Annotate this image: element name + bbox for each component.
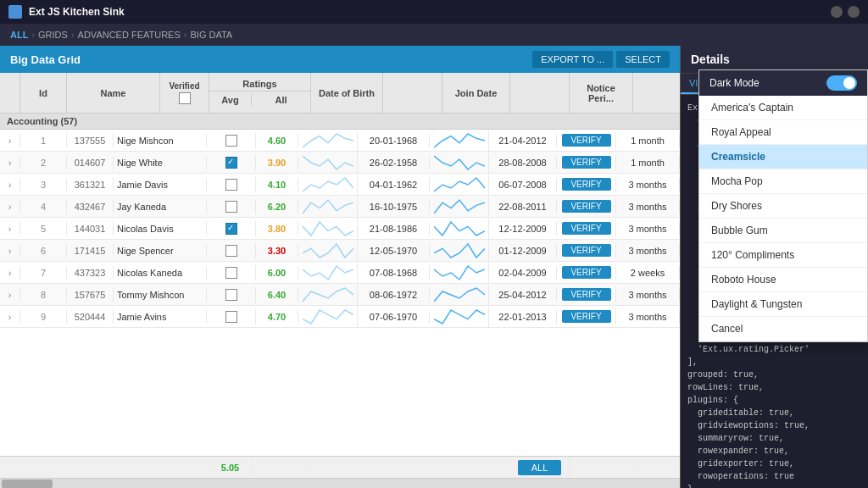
expand-icon[interactable]: ›: [0, 266, 20, 280]
verify-button[interactable]: VERIFY: [562, 244, 611, 257]
breadcrumb-grids[interactable]: GRIDS: [38, 30, 68, 40]
cell-verify-btn[interactable]: VERIFY: [557, 286, 616, 302]
all-button[interactable]: ALL: [518, 460, 562, 475]
cell-sparkline: [430, 285, 489, 305]
expand-icon[interactable]: ›: [0, 178, 20, 191]
col-notice-header[interactable]: Notice Peri...: [570, 73, 633, 113]
verify-button[interactable]: VERIFY: [562, 134, 611, 147]
verify-button[interactable]: VERIFY: [562, 156, 611, 169]
cell-verified[interactable]: [207, 155, 256, 170]
col-avg-header[interactable]: Avg: [209, 93, 252, 107]
cell-verified[interactable]: [207, 133, 256, 148]
col-all-header[interactable]: All: [252, 93, 311, 107]
cell-rating-stars: [298, 263, 358, 283]
expand-icon[interactable]: ›: [0, 310, 20, 324]
col-dob-header[interactable]: Date of Birth: [311, 73, 383, 113]
verified-checkbox[interactable]: [225, 311, 237, 323]
cell-verify-btn[interactable]: VERIFY: [557, 242, 616, 258]
expand-icon[interactable]: ›: [0, 244, 20, 258]
export-button[interactable]: EXPORT TO ...: [532, 51, 613, 68]
theme-menu-item[interactable]: Bubble Gum: [699, 219, 867, 243]
verified-checkbox[interactable]: [225, 267, 237, 279]
theme-menu-item[interactable]: Roboto House: [699, 268, 867, 292]
scroll-thumb[interactable]: [2, 480, 53, 488]
dark-mode-toggle[interactable]: [826, 75, 857, 91]
verify-button[interactable]: VERIFY: [562, 266, 611, 279]
verified-checkbox[interactable]: [225, 135, 237, 147]
theme-menu-item[interactable]: 120° Compliments: [699, 243, 867, 268]
cell-verified[interactable]: [207, 199, 256, 214]
col-verified-header[interactable]: Verified: [160, 73, 209, 113]
breadcrumb-advanced[interactable]: ADVANCED FEATURES: [78, 30, 181, 40]
theme-menu-item[interactable]: Creamsicle: [699, 145, 867, 169]
cell-verified[interactable]: [207, 177, 256, 192]
col-id-header[interactable]: Id: [20, 73, 67, 113]
top-icon-1[interactable]: [831, 6, 843, 18]
cell-avg: 6.20: [256, 200, 298, 214]
cell-verify-btn[interactable]: VERIFY: [557, 154, 616, 170]
cell-verified[interactable]: [207, 265, 256, 280]
cell-name: Nige Spencer: [114, 244, 207, 258]
cell-verify-btn[interactable]: VERIFY: [557, 132, 616, 148]
theme-menu-item[interactable]: America's Captain: [699, 96, 867, 120]
expand-icon[interactable]: ›: [0, 200, 20, 214]
theme-menu-item[interactable]: Mocha Pop: [699, 169, 867, 194]
cell-id: 157675: [67, 288, 114, 302]
cell-verify-btn[interactable]: VERIFY: [557, 176, 616, 192]
cell-avg: 3.90: [256, 156, 298, 169]
cell-verified[interactable]: [207, 243, 256, 258]
verified-checkbox[interactable]: [225, 289, 237, 301]
verified-checkbox[interactable]: [225, 201, 237, 213]
verify-button[interactable]: VERIFY: [562, 310, 611, 323]
cell-verified[interactable]: [207, 287, 256, 302]
cell-rating-stars: [298, 197, 358, 217]
col-name-header[interactable]: Name: [67, 73, 160, 113]
group-row[interactable]: Accounting (57): [0, 114, 680, 130]
cell-verify-btn[interactable]: VERIFY: [557, 308, 616, 324]
theme-menu-item[interactable]: Daylight & Tungsten: [699, 292, 867, 317]
expand-icon[interactable]: ›: [0, 288, 20, 302]
verified-header-checkbox[interactable]: [179, 92, 191, 104]
cell-notice: 3 months: [616, 288, 680, 302]
select-button[interactable]: SELECT: [616, 51, 670, 68]
verify-button[interactable]: VERIFY: [562, 178, 611, 191]
cell-join: 02-04-2009: [489, 266, 557, 280]
cell-verified[interactable]: [207, 309, 256, 324]
cell-verify-btn[interactable]: VERIFY: [557, 198, 616, 214]
cell-avg: 3.80: [256, 222, 298, 236]
verified-checkbox[interactable]: [225, 223, 237, 235]
cell-dob: 16-10-1975: [358, 200, 430, 214]
grid-body[interactable]: › 1 137555 Nige Mishcon 4.60 20-01-1968 …: [0, 130, 680, 456]
verified-checkbox[interactable]: [225, 157, 237, 169]
col-verify-header: [510, 73, 570, 113]
theme-menu-item[interactable]: Dry Shores: [699, 194, 867, 219]
toggle-knob: [843, 77, 855, 89]
cell-sparkline: [430, 219, 489, 239]
cancel-menu-item[interactable]: Cancel: [699, 317, 867, 341]
cell-join: 21-04-2012: [489, 134, 557, 147]
top-icon-2[interactable]: [848, 6, 860, 18]
verified-checkbox[interactable]: [225, 245, 237, 257]
col-expand-header: [0, 73, 20, 113]
cell-join: 22-01-2013: [489, 310, 557, 324]
theme-menu-item[interactable]: Royal Appeal: [699, 120, 867, 145]
expand-icon[interactable]: ›: [0, 134, 20, 147]
cell-id: 144031: [67, 222, 114, 236]
breadcrumb-all[interactable]: ALL: [10, 30, 28, 40]
verified-checkbox[interactable]: [225, 179, 237, 191]
breadcrumb-bigdata[interactable]: BIG DATA: [190, 30, 232, 40]
cell-verify-btn[interactable]: VERIFY: [557, 264, 616, 280]
cell-verify-btn[interactable]: VERIFY: [557, 220, 616, 236]
expand-icon[interactable]: ›: [0, 156, 20, 169]
verify-button[interactable]: VERIFY: [562, 288, 611, 301]
grid-scrollbar[interactable]: [0, 478, 680, 488]
verify-button[interactable]: VERIFY: [562, 200, 611, 213]
cell-id: 361321: [67, 178, 114, 191]
cell-dob: 20-01-1968: [358, 134, 430, 147]
col-join-header[interactable]: Join Date: [442, 73, 510, 113]
table-row: › 9 520444 Jamie Avins 4.70 07-06-1970 2…: [0, 306, 680, 328]
top-icons: [831, 6, 860, 18]
verify-button[interactable]: VERIFY: [562, 222, 611, 235]
cell-verified[interactable]: [207, 221, 256, 236]
expand-icon[interactable]: ›: [0, 222, 20, 236]
